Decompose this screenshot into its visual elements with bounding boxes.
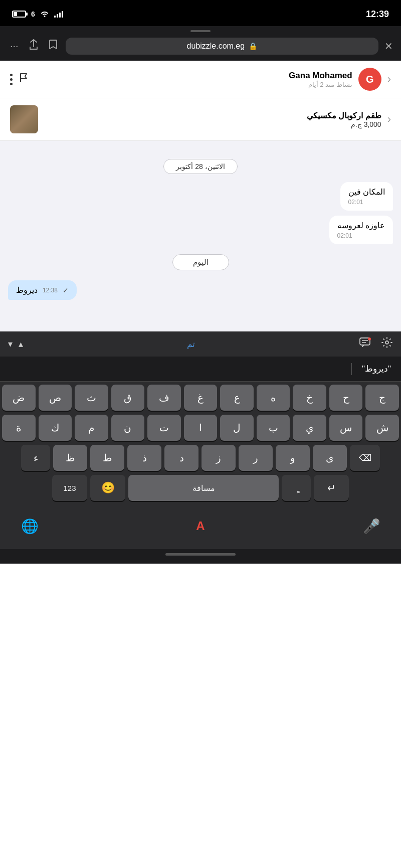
message-text-2: عاوزه لعروسه [337,221,385,230]
close-tab-button[interactable]: ✕ [384,40,393,52]
keyboard-toolbar: ▾ ▴ تم ! [0,331,401,357]
key-dad[interactable]: ض [2,385,36,411]
key-taa[interactable]: ت [147,415,181,441]
message-time-2: 02:01 [337,232,385,239]
key-haa[interactable]: ح [329,385,363,411]
key-kha[interactable]: خ [293,385,326,411]
key-tha[interactable]: ث [75,385,108,411]
space-key[interactable]: مسافة [128,475,279,501]
wifi-icon [40,10,49,19]
diacritic-key[interactable]: ٍ [282,475,311,501]
key-sheen[interactable]: ش [365,415,399,441]
return-key[interactable]: ↵ [314,475,349,501]
autocomplete-suggestion[interactable]: "ديروط" [362,364,391,374]
profile-chevron-icon[interactable]: › [387,73,391,86]
check-icon: ✓ [63,286,69,294]
key-waw[interactable]: و [276,445,310,471]
browser-handle [190,30,211,32]
keyboard[interactable]: ض ص ث ق ف غ ع ه خ ح ج ة ك م ن ت ا ل ب ي … [0,382,401,507]
avatar[interactable]: G [358,68,381,91]
signal-icon [54,11,63,18]
key-alef[interactable]: ا [184,415,218,441]
home-indicator [165,553,236,556]
listing-chevron-icon[interactable]: ‹ [387,113,391,126]
key-ya[interactable]: ي [293,415,326,441]
key-qaf[interactable]: ق [111,385,145,411]
key-tah[interactable]: ط [90,445,124,471]
key-zay[interactable]: ز [202,445,236,471]
svg-text:!: ! [369,338,369,340]
sent-message-bubble: ✓ 12:38 ديروط [8,280,77,300]
browser-bar: ··· dubizzle.com.eg 🔒 ✕ [0,26,401,61]
battery-icon [12,11,26,18]
key-ha[interactable]: ه [257,385,290,411]
message-list: المكان فين 02:01 عاوزه لعروسه 02:01 [8,182,393,244]
status-left: 6 [12,10,63,19]
browser-controls: ··· dubizzle.com.eg 🔒 ✕ [8,37,393,55]
key-ghain[interactable]: غ [184,385,218,411]
globe-key[interactable]: 🌐 [12,513,47,539]
status-bar: 6 12:39 [0,0,401,26]
arrow-up-button[interactable]: ▴ [19,338,23,350]
status-time: 12:39 [366,9,389,20]
key-hamza[interactable]: ء [21,445,50,471]
message-row: المكان فين 02:01 [8,182,393,211]
emoji-key[interactable]: 😊 [90,475,125,501]
key-fa[interactable]: ف [147,385,181,411]
key-ain[interactable]: ع [220,385,254,411]
battery-level: 6 [31,10,35,18]
key-taa-marb[interactable]: ة [2,415,36,441]
message-time: 02:01 [348,199,385,206]
listing-title: طقم اركوبال مكسيكي [44,111,381,120]
key-nun[interactable]: ن [111,415,145,441]
keyboard-row-1: ض ص ث ق ف غ ع ه خ ح ج [2,385,399,411]
date-badge-label: الاثنين، 28 أكتوبر [163,159,237,174]
user-info: Gana Mohamed نشاط منذ 2 أيام [36,71,352,88]
key-kaf[interactable]: ك [39,415,72,441]
home-indicator-row [0,549,401,564]
message-row-2: عاوزه لعروسه 02:01 [8,216,393,244]
sent-time: 12:38 [43,287,58,294]
sent-message-row: ✓ 12:38 ديروط [8,280,393,300]
font-a-button[interactable]: A [196,519,205,533]
settings-icon-button[interactable] [381,336,393,352]
key-dal[interactable]: د [164,445,198,471]
done-button[interactable]: تم [187,339,195,350]
url-bar[interactable]: dubizzle.com.eg 🔒 [66,38,378,55]
keyboard-row-4: 123 😊 مسافة ٍ ↵ [2,475,399,501]
sent-text: ديروط [16,285,38,295]
key-dha[interactable]: ظ [53,445,87,471]
svg-point-5 [385,341,388,344]
lock-icon: 🔒 [249,42,257,50]
bottom-bar: 🌐 A 🎤 [0,507,401,549]
key-seen[interactable]: س [329,415,363,441]
key-jeem[interactable]: ج [365,385,399,411]
more-options-button[interactable]: ··· [8,38,21,54]
share-button[interactable] [27,37,41,55]
key-thal[interactable]: ذ [127,445,161,471]
message-text: المكان فين [348,187,385,197]
more-menu-button[interactable] [10,74,13,85]
key-meem[interactable]: م [75,415,108,441]
message-bubble-2: عاوزه لعروسه 02:01 [329,216,393,244]
keyboard-row-2: ة ك م ن ت ا ل ب ي س ش [2,415,399,441]
autocomplete-bar: "ديروط" [0,357,401,382]
toolbar-arrows: ▾ ▴ [8,338,23,350]
today-label: اليوم [172,254,229,270]
key-sad[interactable]: ص [39,385,72,411]
listing-thumbnail [10,105,38,133]
key-123[interactable]: 123 [52,475,87,501]
flag-button[interactable] [19,72,30,86]
key-lam[interactable]: ل [220,415,254,441]
key-ra[interactable]: ر [239,445,273,471]
listing-preview[interactable]: ‹ طقم اركوبال مكسيكي 3,000 ج.م [0,98,401,141]
delete-key[interactable]: ⌫ [350,445,380,471]
mic-key[interactable]: 🎤 [354,513,389,539]
comment-icon-button[interactable]: ! [359,337,371,351]
bookmark-button[interactable] [47,37,60,55]
arrow-down-button[interactable]: ▾ [8,338,13,350]
activity-status: نشاط منذ 2 أيام [36,81,352,88]
key-ba[interactable]: ب [257,415,290,441]
chat-area: الاثنين، 28 أكتوبر المكان فين 02:01 عاوز… [0,141,401,331]
key-alef-maqsura[interactable]: ى [313,445,347,471]
